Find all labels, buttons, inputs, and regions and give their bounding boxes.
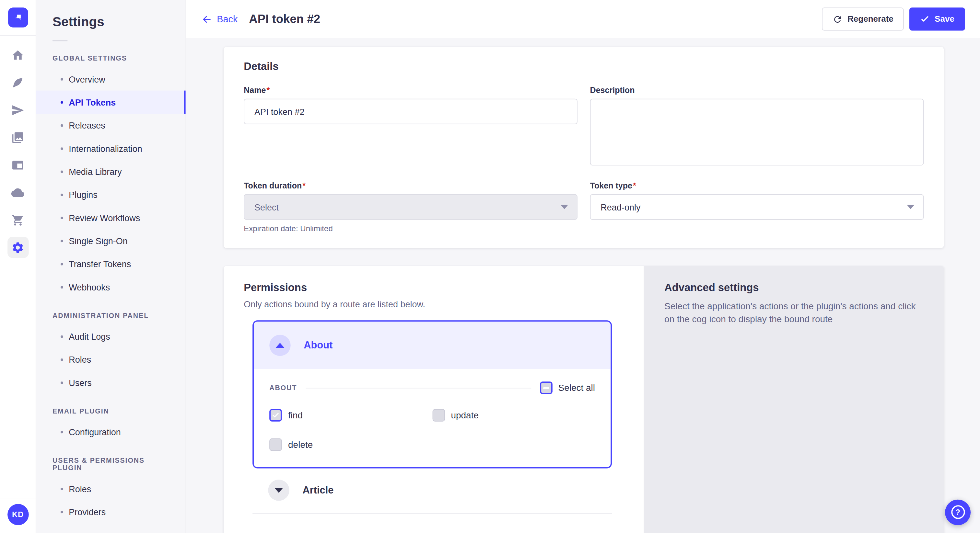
sidebar-item-review-workflows[interactable]: Review Workflows <box>36 206 186 229</box>
sidebar-item-label: Transfer Tokens <box>69 259 131 269</box>
page-title: API token #2 <box>249 12 320 26</box>
name-field-group: Name* <box>244 86 578 124</box>
sidebar-section-users-permissions-plugin: USERS & PERMISSIONS PLUGIN <box>52 457 170 471</box>
select-all-checkbox[interactable] <box>540 381 553 394</box>
sidebar-item-up-providers[interactable]: Providers <box>36 500 186 523</box>
sidebar-item-label: Webhooks <box>69 282 110 292</box>
indeterminate-dash-icon <box>543 387 549 389</box>
description-textarea[interactable] <box>590 99 924 165</box>
bullet-icon <box>60 511 63 513</box>
token-duration-label: Token duration* <box>244 181 578 190</box>
arrow-left-icon <box>201 13 213 25</box>
sidebar-item-email-configuration[interactable]: Configuration <box>36 420 186 443</box>
sidebar-item-api-tokens[interactable]: API Tokens <box>36 90 186 114</box>
accordion-about-title: About <box>304 339 332 351</box>
delete-checkbox[interactable] <box>269 438 282 451</box>
sidebar-item-admin-roles[interactable]: Roles <box>36 348 186 371</box>
bullet-icon <box>60 216 63 219</box>
permission-delete[interactable]: delete <box>269 438 432 451</box>
page-header: Back API token #2 Regenerate Save <box>186 0 980 38</box>
sidebar-item-label: Review Workflows <box>69 213 140 223</box>
refresh-icon <box>832 14 843 24</box>
permissions-section: Permissions Only actions bound by a rout… <box>224 266 944 533</box>
details-heading: Details <box>244 60 924 73</box>
accordion-article-header[interactable]: Article <box>253 468 612 513</box>
sidebar-item-up-roles[interactable]: Roles <box>36 477 186 500</box>
settings-sidebar: Settings GLOBAL SETTINGS Overview API To… <box>36 0 186 533</box>
cart-icon[interactable] <box>7 209 29 230</box>
find-checkbox[interactable] <box>269 409 282 422</box>
sidebar-item-webhooks[interactable]: Webhooks <box>36 275 186 298</box>
permission-find[interactable]: find <box>269 409 432 422</box>
back-link[interactable]: Back <box>201 13 238 25</box>
home-icon[interactable] <box>7 44 29 66</box>
bullet-icon <box>60 147 63 150</box>
strapi-logo[interactable] <box>8 8 28 27</box>
chevron-down-icon[interactable] <box>268 479 290 501</box>
update-checkbox[interactable] <box>432 409 445 422</box>
permissions-accordions: About ABOUT Select all <box>253 320 612 514</box>
main-area: Back API token #2 Regenerate Save Detail… <box>186 0 980 533</box>
main-nav-rail: KD <box>0 0 36 533</box>
sidebar-item-single-sign-on[interactable]: Single Sign-On <box>36 229 186 252</box>
bullet-icon <box>60 381 63 384</box>
feather-icon[interactable] <box>7 72 29 93</box>
accordion-about-header[interactable]: About <box>254 322 611 369</box>
sidebar-item-media-library[interactable]: Media Library <box>36 160 186 183</box>
permission-update[interactable]: update <box>432 409 595 422</box>
question-icon: ? <box>951 505 964 519</box>
token-type-label: Token type* <box>590 181 924 190</box>
sidebar-item-label: Configuration <box>69 427 121 437</box>
expiration-hint: Expiration date: Unlimited <box>244 224 578 233</box>
description-field-group: Description <box>590 86 924 167</box>
details-card: Details Name* Description Token duration… <box>224 47 944 248</box>
required-mark: * <box>302 181 305 190</box>
bullet-icon <box>60 358 63 361</box>
sidebar-item-label: Internationalization <box>69 143 142 154</box>
name-input[interactable] <box>244 99 578 124</box>
group-divider <box>305 388 531 388</box>
regenerate-button[interactable]: Regenerate <box>822 8 904 30</box>
sidebar-item-overview[interactable]: Overview <box>36 67 186 90</box>
sidebar-item-transfer-tokens[interactable]: Transfer Tokens <box>36 252 186 275</box>
save-button[interactable]: Save <box>910 8 965 30</box>
about-group-label: ABOUT <box>269 384 297 392</box>
bullet-icon <box>60 124 63 127</box>
avatar[interactable]: KD <box>7 503 29 525</box>
rail-divider <box>0 35 36 36</box>
bullet-icon <box>60 240 63 242</box>
sidebar-item-label: Providers <box>69 507 106 517</box>
description-label: Description <box>590 86 924 95</box>
sidebar-item-label: API Tokens <box>69 97 116 107</box>
paper-plane-icon[interactable] <box>7 99 29 121</box>
app-window: KD Settings GLOBAL SETTINGS Overview API… <box>0 0 980 533</box>
select-all-control[interactable]: Select all <box>540 381 595 394</box>
token-duration-select[interactable]: Select <box>244 194 578 220</box>
layout-icon[interactable] <box>7 154 29 176</box>
chevron-up-icon[interactable] <box>269 335 291 356</box>
permission-label: update <box>451 410 479 420</box>
gear-icon[interactable] <box>7 237 29 258</box>
sidebar-section-global-settings: GLOBAL SETTINGS <box>52 54 170 62</box>
accordion-divider <box>253 513 612 514</box>
check-icon <box>272 412 279 419</box>
caret-down-icon <box>561 205 568 209</box>
name-label: Name* <box>244 86 578 95</box>
cloud-icon[interactable] <box>7 182 29 203</box>
sidebar-item-admin-users[interactable]: Users <box>36 371 186 394</box>
sidebar-item-internationalization[interactable]: Internationalization <box>36 136 186 160</box>
advanced-settings-heading: Advanced settings <box>664 282 923 294</box>
page-content: Details Name* Description Token duration… <box>186 38 980 533</box>
token-type-select[interactable]: Read-only <box>590 194 924 220</box>
rail-bottom: KD <box>0 490 36 533</box>
images-icon[interactable] <box>7 127 29 148</box>
sidebar-item-label: Single Sign-On <box>69 236 128 246</box>
sidebar-item-plugins[interactable]: Plugins <box>36 183 186 206</box>
advanced-settings-panel: Advanced settings Select the application… <box>644 266 944 533</box>
sidebar-item-label: Roles <box>69 484 91 494</box>
help-button[interactable]: ? <box>945 499 970 525</box>
sidebar-item-releases[interactable]: Releases <box>36 114 186 136</box>
required-mark: * <box>266 86 270 95</box>
sidebar-item-audit-logs[interactable]: Audit Logs <box>36 325 186 348</box>
token-type-field-group: Token type* Read-only <box>590 181 924 220</box>
